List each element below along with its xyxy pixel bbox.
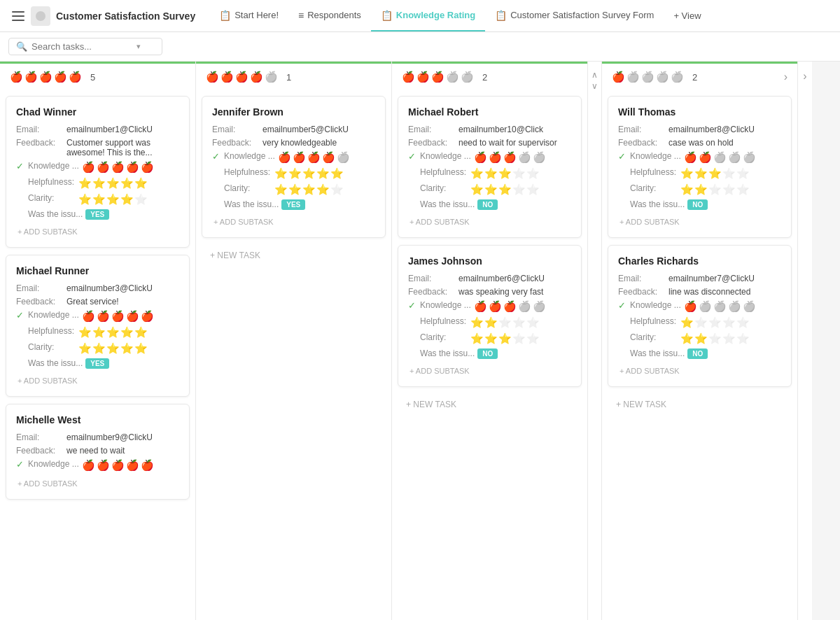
feedback-value: Customer support was awesome! This is th… (66, 138, 179, 157)
apple-icon: 🍎 (518, 151, 531, 164)
apple-icon: 🍎 (126, 161, 139, 174)
apple-icon: 🍎 (699, 151, 712, 164)
col-count: 2 (482, 72, 487, 83)
add-subtask-button[interactable]: + ADD SUBTASK (618, 362, 781, 376)
clarity-label: Clarity: (420, 332, 468, 342)
tab-start[interactable]: 📋 Start Here! (209, 0, 288, 31)
tab-respondents[interactable]: ≡ Respondents (288, 0, 371, 31)
add-subtask-button[interactable]: + ADD SUBTASK (212, 213, 375, 227)
star-icon: ⭐ (78, 193, 92, 206)
issue-yes-badge: YES (85, 209, 109, 220)
helpfulness-label: Helpfulness: (224, 167, 272, 177)
add-view-label: + View (673, 10, 701, 21)
email-label: Email: (618, 125, 666, 134)
helpfulness-row: Helpfulness: ⭐⭐⭐⭐⭐ (16, 326, 179, 339)
search-input[interactable] (31, 41, 130, 52)
email-row: Email: emailnumber8@ClickU (618, 125, 781, 134)
apple-icon: 🍎 (728, 300, 741, 313)
email-value: emailnumber7@ClickU (668, 274, 781, 283)
apple-icon: 🍎 (10, 71, 23, 83)
feedback-row: Feedback: line was disconnected (618, 287, 781, 297)
task-card: Michael Robert Email: emailnumber10@Clic… (398, 96, 582, 238)
apple-icon: 🍎 (474, 151, 487, 164)
arrow-up-icon[interactable]: ∧ (592, 70, 598, 80)
email-row: Email: emailnumber5@ClickU (212, 125, 375, 134)
helpfulness-row: Helpfulness: ⭐⭐⭐⭐⭐ (212, 167, 375, 180)
feedback-value: very knowledgeable (262, 138, 375, 148)
add-subtask-button[interactable]: + ADD SUBTASK (16, 475, 179, 489)
add-subtask-button[interactable]: + ADD SUBTASK (618, 213, 781, 227)
star-icon: ⭐ (484, 183, 498, 196)
add-view-button[interactable]: + View (664, 0, 710, 31)
apple-icon: 🍎 (54, 71, 67, 83)
star-icon: ⭐ (120, 177, 134, 190)
email-label: Email: (16, 125, 64, 134)
apple-icon: 🍎 (684, 151, 697, 164)
arrow-down-icon[interactable]: ∨ (592, 81, 598, 91)
add-subtask-button[interactable]: + ADD SUBTASK (408, 362, 571, 376)
knowledge-label: Knowledge ... (28, 459, 79, 469)
issue-yes-badge: YES (85, 358, 109, 369)
search-input-wrapper[interactable]: 🔍 ▾ (8, 38, 162, 55)
tab-respondents-label: Respondents (307, 10, 361, 20)
star-icon: ⭐ (526, 183, 540, 196)
issue-row: Was the issu... NO (618, 348, 781, 359)
feedback-label: Feedback: (618, 138, 666, 148)
new-task-button[interactable]: + NEW TASK (202, 245, 386, 266)
check-icon: ✓ (408, 151, 416, 162)
scroll-right-arrow[interactable]: › (798, 62, 812, 620)
card-name: James Johnson (408, 255, 571, 267)
feedback-value: need to wait for supervisor (458, 138, 571, 148)
helpfulness-label: Helpfulness: (630, 167, 678, 177)
app-title: Customer Satisfaction Survey (56, 10, 195, 22)
knowledge-row: ✓ Knowledge ... 🍎🍎🍎🍎🍎 (618, 300, 781, 313)
svg-point-3 (36, 11, 46, 21)
star-icon: ⭐ (722, 316, 736, 329)
helpfulness-row: Helpfulness: ⭐⭐⭐⭐⭐ (618, 316, 781, 329)
apple-icon: 🍎 (126, 459, 139, 472)
task-card: Chad Winner Email: emailnumber1@ClickU F… (6, 96, 190, 248)
helpfulness-label: Helpfulness: (630, 316, 678, 326)
email-value: emailnumber6@ClickU (458, 274, 571, 283)
issue-yes-badge: YES (281, 199, 305, 210)
feedback-row: Feedback: case was on hold (618, 138, 781, 148)
add-subtask-button[interactable]: + ADD SUBTASK (408, 213, 571, 227)
tab-knowledge[interactable]: 📋 Knowledge Rating (371, 0, 485, 31)
star-icon: ⭐ (470, 332, 484, 345)
hamburger-menu[interactable] (8, 6, 28, 26)
email-label: Email: (618, 274, 666, 283)
apple-icon: 🍎 (235, 71, 248, 83)
knowledge-row: ✓ Knowledge ... 🍎🍎🍎🍎🍎 (16, 459, 179, 472)
top-nav: Customer Satisfaction Survey 📋 Start Her… (0, 0, 840, 32)
star-icon: ⭐ (526, 316, 540, 329)
star-icon: ⭐ (106, 193, 120, 206)
clarity-label: Clarity: (630, 332, 678, 342)
star-icon: ⭐ (316, 183, 330, 196)
new-task-button[interactable]: + NEW TASK (398, 394, 582, 415)
tab-form[interactable]: 📋 Customer Satisfaction Survey Form (485, 0, 664, 31)
apple-icon: 🍎 (141, 161, 154, 174)
col-arrow[interactable]: › (784, 71, 788, 83)
star-icon: ⭐ (274, 167, 288, 180)
email-row: Email: emailnumber6@ClickU (408, 274, 571, 283)
star-icon: ⭐ (274, 183, 288, 196)
add-subtask-button[interactable]: + ADD SUBTASK (16, 223, 179, 237)
star-icon: ⭐ (694, 332, 708, 345)
star-icon: ⭐ (302, 183, 316, 196)
form-icon: 📋 (495, 10, 507, 21)
clarity-row: Clarity: ⭐⭐⭐⭐⭐ (408, 183, 571, 196)
card-name: Charles Richards (618, 255, 781, 267)
apple-icon: 🍎 (278, 151, 291, 164)
star-icon: ⭐ (316, 167, 330, 180)
star-icon: ⭐ (484, 316, 498, 329)
issue-row: Was the issu... NO (618, 199, 781, 210)
feedback-row: Feedback: we need to wait (16, 446, 179, 456)
issue-label: Was the issu... (224, 199, 279, 209)
add-subtask-button[interactable]: + ADD SUBTASK (16, 372, 179, 386)
apple-icon: 🍎 (503, 300, 517, 313)
star-icon: ⭐ (694, 167, 708, 180)
svg-rect-1 (12, 15, 24, 17)
feedback-label: Feedback: (16, 297, 64, 307)
new-task-button[interactable]: + NEW TASK (608, 394, 792, 415)
star-icon: ⭐ (526, 332, 540, 345)
